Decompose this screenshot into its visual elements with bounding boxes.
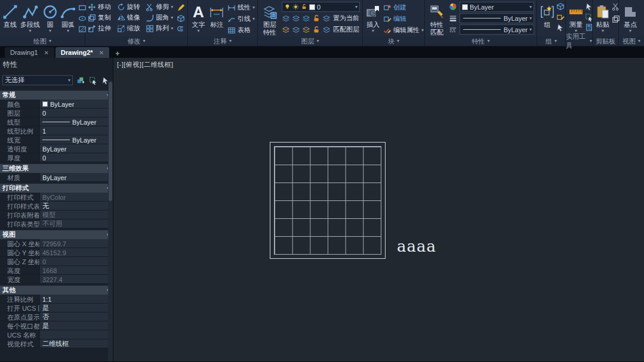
property-value[interactable]: ByLayer	[39, 135, 113, 144]
insert-block-button[interactable]: 插入 ▾	[365, 2, 381, 33]
copy-button[interactable]: 复制	[88, 13, 112, 23]
array-button[interactable]: 阵列▾	[146, 23, 174, 33]
panel-label-block[interactable]: 块▾	[363, 36, 424, 46]
select-all-icon[interactable]	[585, 13, 593, 21]
panel-label-layers[interactable]: 图层▾	[258, 36, 362, 46]
drawing-square-outline[interactable]	[270, 142, 386, 259]
ungroup-icon[interactable]	[556, 2, 565, 11]
linear-dim-button[interactable]: 线性▾	[227, 2, 255, 13]
panel-label-properties[interactable]: 特性▾	[425, 36, 537, 46]
edit-block-button[interactable]: 编辑	[383, 14, 424, 24]
dimension-button[interactable]: 标注	[209, 2, 225, 29]
create-block-button[interactable]: 创建	[383, 2, 424, 13]
property-value[interactable]: ByLayer	[39, 117, 113, 126]
palette-scrollbar[interactable]	[108, 81, 113, 361]
stretch-button[interactable]: 拉伸	[88, 23, 112, 33]
panel-label-clipboard[interactable]: 剪贴板	[593, 36, 618, 46]
explode-button[interactable]	[177, 13, 185, 23]
new-tab-button[interactable]: +	[110, 49, 125, 58]
panel-label-annotate[interactable]: 注释▾	[188, 36, 257, 46]
property-value[interactable]: 1668	[39, 266, 113, 274]
panel-label-utilities[interactable]: 实用工具▾	[566, 36, 592, 46]
line-button[interactable]: 直线	[2, 2, 18, 29]
group-edit-icon[interactable]	[556, 13, 565, 21]
property-value[interactable]: 1	[39, 126, 113, 135]
measure-button[interactable]: 测量 ▾	[568, 2, 584, 33]
text-button[interactable]: A 文字 ▾	[190, 2, 207, 33]
linetype-select[interactable]: ByLayer ▾	[460, 24, 534, 35]
property-value[interactable]: 无	[39, 202, 113, 210]
lineweight-icon[interactable]	[449, 14, 457, 23]
property-value[interactable]: ByLayer	[39, 100, 113, 108]
paste-button[interactable]: 粘贴 ▾	[595, 2, 611, 33]
quick-select-icon[interactable]	[585, 2, 593, 11]
close-icon[interactable]: ✕	[44, 49, 48, 56]
color-wheel-icon[interactable]	[449, 2, 457, 11]
selection-filter-select[interactable]: 无选择 ▾	[2, 75, 73, 85]
layer-unlock-tool-icon[interactable]	[312, 26, 321, 34]
trim-button[interactable]: 修剪▾	[146, 2, 174, 12]
tab-drawing1[interactable]: Drawing1 ✕	[5, 47, 54, 58]
group-button[interactable]: 组	[540, 2, 555, 29]
property-value[interactable]: 二维线框	[39, 339, 113, 348]
layer-properties-button[interactable]: 图层特性	[260, 2, 279, 36]
layer-thaw-all-tool-icon[interactable]	[302, 26, 310, 34]
property-value[interactable]	[39, 330, 113, 339]
group-select-icon[interactable]	[556, 23, 565, 32]
panel-label-draw[interactable]: 绘图▾	[0, 36, 85, 46]
lineweight-select[interactable]: ByLayer ▾	[460, 13, 534, 23]
property-value[interactable]: ByLayer	[39, 144, 113, 153]
select-objects-button[interactable]	[88, 76, 98, 85]
drawing-grid[interactable]	[274, 146, 381, 255]
arc-button[interactable]: 圆弧 ▾	[60, 2, 76, 33]
tab-drawing2[interactable]: Drawing2* ✕	[56, 47, 109, 58]
section-header[interactable]: 三维效果▾	[0, 164, 113, 173]
erase-button[interactable]	[177, 2, 185, 13]
fillet-button[interactable]: 圆角▾	[146, 13, 174, 23]
panel-label-group[interactable]: 组▾	[537, 36, 565, 46]
close-icon[interactable]: ✕	[99, 49, 104, 56]
layer-unisolate-tool-icon[interactable]	[292, 26, 300, 34]
panel-label-view[interactable]: 视图▾	[619, 36, 644, 46]
leader-button[interactable]: 引线▾	[227, 14, 255, 24]
property-value[interactable]: 1:1	[39, 295, 113, 303]
section-header[interactable]: 打印样式▾	[0, 184, 113, 193]
property-value[interactable]: 模型	[39, 211, 113, 219]
match-layer-button[interactable]: 匹配图层	[333, 24, 359, 35]
polyline-button[interactable]: 多段线 ▾	[20, 2, 40, 33]
rotate-button[interactable]: 旋转	[117, 2, 141, 12]
property-value[interactable]: 0	[39, 153, 113, 162]
property-value[interactable]: 是	[39, 321, 113, 330]
viewport-controls[interactable]: [-][俯视][二维线框]	[117, 60, 174, 69]
layer-freeze-tool-icon[interactable]	[302, 14, 310, 23]
layer-off-tool-icon[interactable]	[282, 14, 290, 23]
scrollbar-thumb[interactable]	[109, 82, 112, 201]
model-space-canvas[interactable]: [-][俯视][二维线框] aaaa	[113, 58, 644, 361]
layer-isolate-tool-icon[interactable]	[292, 14, 300, 23]
layer-on-all-tool-icon[interactable]	[282, 26, 290, 34]
circle-button[interactable]: 圆 ▾	[42, 2, 58, 33]
property-value[interactable]: 否	[39, 313, 113, 321]
section-header[interactable]: 常规▾	[0, 91, 113, 100]
match-properties-button[interactable]: 特性匹配	[427, 2, 446, 36]
property-value[interactable]: ByLayer	[39, 173, 113, 181]
drawing-text[interactable]: aaaa	[397, 237, 436, 255]
panel-label-modify[interactable]: 修改▾	[85, 36, 187, 46]
property-value[interactable]: 72959.7	[39, 239, 113, 247]
property-value[interactable]: 是	[39, 304, 113, 312]
property-value[interactable]: 不可用	[39, 219, 113, 228]
set-current-button[interactable]: 置为当前	[333, 13, 359, 23]
mirror-button[interactable]: 镜像	[117, 13, 141, 23]
quick-calculator-icon[interactable]	[585, 23, 593, 32]
linetype-icon[interactable]	[449, 26, 457, 34]
offset-button[interactable]	[177, 24, 185, 34]
property-value[interactable]: 3227.4	[39, 275, 113, 283]
scale-button[interactable]: 缩放	[117, 23, 141, 33]
base-view-button[interactable]: 基点 ▾	[621, 2, 639, 33]
property-value[interactable]: 0	[39, 257, 113, 265]
edit-attributes-button[interactable]: 编辑属性▾	[383, 25, 424, 35]
move-button[interactable]: 移动	[88, 2, 112, 12]
property-value[interactable]: 45152.9	[39, 248, 113, 256]
object-color-select[interactable]: ByLayer ▾	[460, 2, 534, 12]
layer-select[interactable]: 0 ▾	[282, 2, 360, 12]
